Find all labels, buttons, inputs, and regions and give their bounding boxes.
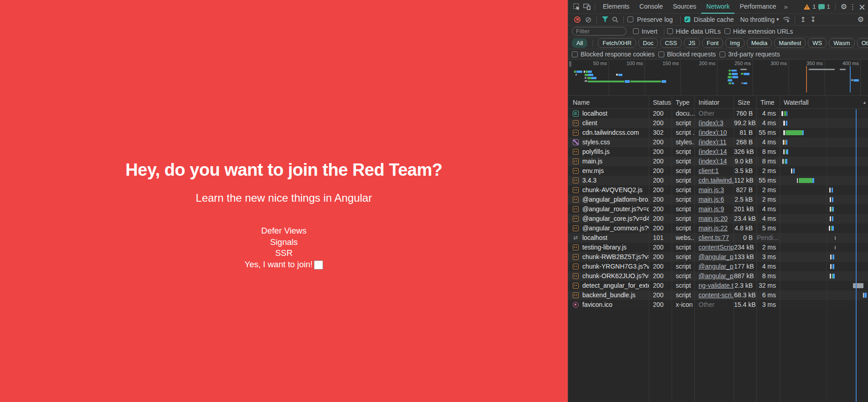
table-row[interactable]: backend_bundle.js200scriptcontent-scri..…: [568, 290, 868, 300]
table-row[interactable]: @angular_router.js?v=d4...200scriptmain.…: [568, 204, 868, 214]
more-tabs-icon[interactable]: »: [781, 3, 791, 10]
blocked-response-cookies-label[interactable]: Blocked response cookies: [580, 51, 655, 58]
table-row[interactable]: chunk-ORK62JUO.js?v=d...200script@angula…: [568, 271, 868, 281]
invert-label[interactable]: Invert: [642, 28, 657, 35]
column-header-size[interactable]: Size: [734, 96, 757, 108]
initiator-link[interactable]: client:1: [699, 167, 719, 174]
blocked-requests-label[interactable]: Blocked requests: [667, 51, 716, 58]
preserve-log-checkbox[interactable]: [627, 16, 633, 22]
table-row[interactable]: chunk-AVQVENQ2.js200scriptmain.js:3827 B…: [568, 185, 868, 195]
hide-data-urls-label[interactable]: Hide data URLs: [676, 28, 721, 35]
record-network-log-icon[interactable]: [574, 16, 580, 23]
filter-pill-js[interactable]: JS: [684, 38, 700, 48]
blocked-response-cookies-checkbox[interactable]: [572, 51, 578, 57]
table-row[interactable]: localhost200docu...Other760 B4 ms: [568, 109, 868, 118]
table-row[interactable]: @angular_core.js?v=d45...200scriptmain.j…: [568, 214, 868, 224]
initiator-link[interactable]: ng-validate.t...: [699, 282, 734, 289]
tab-network[interactable]: Network: [701, 0, 734, 14]
blocked-requests-checkbox[interactable]: [658, 51, 664, 57]
filter-pill-media[interactable]: Media: [747, 38, 772, 48]
table-row[interactable]: env.mjs200scriptclient:13.5 kB2 ms: [568, 166, 868, 176]
filter-pill-font[interactable]: Font: [702, 38, 723, 48]
initiator-link[interactable]: @angular_pl...: [699, 263, 734, 270]
filter-pill-ws[interactable]: WS: [808, 38, 827, 48]
initiator-link[interactable]: client.ts:77: [699, 234, 729, 241]
tab-performance[interactable]: Performance: [734, 0, 781, 14]
network-settings-gear-icon[interactable]: ⚙: [858, 15, 868, 24]
column-header-initiator[interactable]: Initiator: [695, 96, 734, 108]
filter-pill-other[interactable]: Other: [857, 38, 868, 48]
join-checkbox[interactable]: [314, 260, 323, 270]
initiator-link[interactable]: (index):10: [699, 129, 727, 136]
table-row[interactable]: @angular_common.js?v...200scriptmain.js:…: [568, 224, 868, 233]
initiator-link[interactable]: main.js:3: [699, 186, 724, 193]
preserve-log-label[interactable]: Preserve log: [637, 16, 673, 23]
filter-pill-doc[interactable]: Doc: [638, 38, 658, 48]
table-row[interactable]: styles.css200styles...(index):11268 B4 m…: [568, 137, 868, 147]
clear-network-log-icon[interactable]: ⊘: [584, 15, 593, 24]
warning-icon[interactable]: !: [804, 4, 810, 10]
third-party-requests-label[interactable]: 3rd-party requests: [728, 51, 780, 58]
column-header-time[interactable]: Time: [757, 96, 780, 108]
initiator-link[interactable]: content-scri...: [699, 291, 734, 299]
initiator-link[interactable]: @angular_pl...: [699, 272, 734, 280]
table-row[interactable]: @angular_platform-bro...200scriptmain.js…: [568, 195, 868, 204]
warning-count[interactable]: 1: [812, 3, 816, 10]
table-row[interactable]: client200script(index):399.2 kB4 ms: [568, 118, 868, 128]
more-options-icon[interactable]: ⋮: [849, 3, 856, 11]
inspect-element-icon[interactable]: [572, 2, 582, 12]
device-toolbar-icon[interactable]: [582, 2, 592, 12]
column-header-status[interactable]: Status: [649, 96, 672, 108]
export-har-icon[interactable]: ↧: [809, 15, 818, 24]
initiator-link[interactable]: (index):11: [699, 138, 726, 146]
filter-pill-img[interactable]: Img: [725, 38, 745, 48]
column-header-waterfall[interactable]: Waterfall ▲: [780, 96, 868, 108]
table-row[interactable]: main.js200script(index):149.0 kB8 ms: [568, 157, 868, 166]
third-party-requests-checkbox[interactable]: [719, 51, 725, 57]
table-row[interactable]: cdn.tailwindcss.com302script ...(index):…: [568, 128, 868, 137]
table-row[interactable]: detect_angular_for_exten...200scriptng-v…: [568, 281, 868, 290]
table-row[interactable]: testing-library.js200scriptcontentScrip.…: [568, 243, 868, 252]
column-header-type[interactable]: Type: [672, 96, 695, 108]
table-row[interactable]: chunk-RWB2BZ5T.js?v=d...200script@angula…: [568, 252, 868, 262]
initiator-link[interactable]: main.js:9: [699, 205, 724, 213]
import-har-icon[interactable]: ↥: [799, 15, 808, 24]
network-conditions-icon[interactable]: [782, 15, 791, 24]
filter-pill-all[interactable]: All: [572, 38, 587, 48]
initiator-link[interactable]: main.js:20: [699, 215, 728, 222]
filter-input[interactable]: [572, 27, 627, 36]
table-row[interactable]: 3.4.3200scriptcdn.tailwind...112 kB55 ms: [568, 176, 868, 185]
settings-gear-icon[interactable]: ⚙: [841, 2, 847, 11]
initiator-link[interactable]: (index):14: [699, 158, 727, 165]
scroll-up-arrow-icon[interactable]: ▲: [863, 100, 867, 105]
tab-elements[interactable]: Elements: [598, 0, 634, 14]
throttling-select[interactable]: No throttling ▾: [739, 16, 781, 23]
disable-cache-checkbox[interactable]: ✓: [684, 16, 690, 22]
disable-cache-label[interactable]: Disable cache: [694, 16, 734, 23]
issues-count[interactable]: 1: [827, 3, 830, 10]
invert-checkbox[interactable]: [633, 28, 639, 34]
issues-icon[interactable]: [818, 4, 825, 9]
initiator-link[interactable]: (index):14: [699, 148, 727, 155]
initiator-link[interactable]: main.js:22: [699, 224, 728, 232]
filter-pill-manifest[interactable]: Manifest: [774, 38, 806, 48]
initiator-link[interactable]: @angular_pl...: [699, 253, 734, 260]
initiator-link[interactable]: contentScrip...: [699, 244, 734, 251]
filter-funnel-icon[interactable]: [601, 15, 610, 24]
table-row[interactable]: polyfills.js200script(index):14326 kB8 m…: [568, 147, 868, 157]
hide-extension-urls-label[interactable]: Hide extension URLs: [733, 28, 793, 35]
column-header-name[interactable]: Name: [568, 96, 649, 108]
filter-pill-css[interactable]: CSS: [660, 38, 682, 48]
table-row[interactable]: chunk-YRGNH7G3.js?v=...200script@angular…: [568, 262, 868, 271]
table-row[interactable]: ⇄localhost101webs...client.ts:770 BPendi…: [568, 233, 868, 243]
initiator-link[interactable]: main.js:6: [699, 196, 724, 203]
hide-extension-urls-checkbox[interactable]: [724, 28, 730, 34]
close-devtools-icon[interactable]: ×: [858, 2, 866, 12]
filter-pill-wasm[interactable]: Wasm: [829, 38, 854, 48]
search-icon[interactable]: [611, 15, 620, 24]
filter-pill-fetch-xhr[interactable]: Fetch/XHR: [598, 38, 636, 48]
hide-data-urls-checkbox[interactable]: [667, 28, 673, 34]
initiator-link[interactable]: (index):3: [699, 119, 723, 127]
network-overview-timeline[interactable]: 50 ms100 ms150 ms200 ms250 ms300 ms350 m…: [568, 60, 868, 96]
tab-sources[interactable]: Sources: [668, 0, 701, 14]
